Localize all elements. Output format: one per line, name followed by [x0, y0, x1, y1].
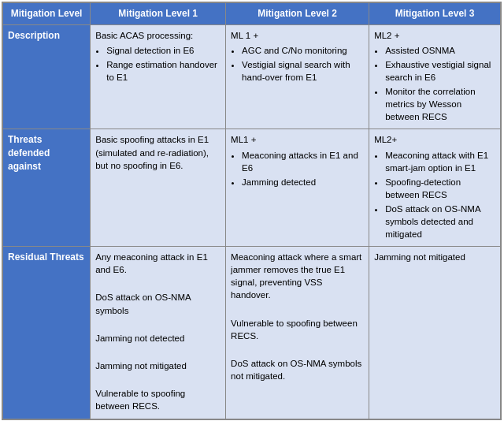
list-item: Meaconing attack with E1 smart-jam optio…: [385, 149, 495, 174]
residual-ml1: Any meaconing attack in E1 and E6. DoS a…: [91, 247, 226, 419]
threats-ml2-intro: ML1 +: [231, 133, 364, 146]
mitigation-table: Mitigation Level Mitigation Level 1 Miti…: [2, 2, 501, 419]
list-item: Assisted OSNMA: [385, 44, 495, 57]
list-item: Signal detection in E6: [106, 44, 220, 57]
residual-ml1-p3: Jamming not mitigated: [95, 359, 220, 372]
residual-row: Residual Threats Any meaconing attack in…: [3, 247, 501, 419]
residual-ml2-p2: DoS attack on OS-NMA symbols not mitigat…: [231, 357, 364, 382]
threats-ml2: ML1 + Meaconing attacks in E1 and E6 Jam…: [226, 129, 369, 247]
list-item: Range estimation handover to E1: [106, 58, 220, 84]
residual-ml2: Meaconing attack where a smart jammer re…: [226, 247, 369, 419]
desc-ml1: Basic ACAS processing: Signal detection …: [91, 24, 226, 129]
header-col1: Mitigation Level 1: [91, 3, 226, 25]
header-col0: Mitigation Level: [3, 3, 91, 25]
threats-ml3-intro: ML2+: [374, 133, 495, 146]
residual-ml3-p0: Jamming not mitigated: [374, 251, 495, 263]
threats-ml1-text: Basic spoofing attacks in E1 (simulated …: [95, 133, 220, 171]
residual-ml1-p0: Any meaconing attack in E1 and E6.: [95, 251, 220, 276]
residual-ml1-p4: Vulnerable to spoofing between RECS.: [95, 387, 220, 412]
list-item: AGC and C/No monitoring: [242, 44, 364, 57]
desc-ml2-intro: ML 1 +: [231, 29, 364, 42]
header-row: Mitigation Level Mitigation Level 1 Miti…: [3, 3, 501, 25]
label-threats: Threats defended against: [3, 129, 91, 247]
residual-ml2-p0: Meaconing attack where a smart jammer re…: [231, 251, 364, 301]
label-description: Description: [3, 24, 91, 129]
desc-ml3: ML2 + Assisted OSNMA Exhaustive vestigia…: [369, 24, 501, 129]
list-item: Monitor the correlation metrics by Wesso…: [385, 85, 495, 123]
list-item: DoS attack on OS-NMA symbols detected an…: [385, 203, 495, 240]
threats-row: Threats defended against Basic spoofing …: [3, 129, 501, 247]
residual-ml2-p1: Vulnerable to spoofing between RECS.: [231, 317, 364, 342]
description-row: Description Basic ACAS processing: Signa…: [3, 24, 501, 129]
header-col2: Mitigation Level 2: [226, 3, 369, 25]
desc-ml3-intro: ML2 +: [374, 29, 495, 42]
list-item: Exhaustive vestigial signal search in E6: [385, 58, 495, 84]
threats-ml3-list: Meaconing attack with E1 smart-jam optio…: [385, 149, 495, 241]
desc-ml2: ML 1 + AGC and C/No monitoring Vestigial…: [226, 24, 369, 129]
desc-ml1-intro: Basic ACAS processing:: [95, 29, 220, 42]
threats-ml3: ML2+ Meaconing attack with E1 smart-jam …: [369, 129, 501, 247]
threats-ml1: Basic spoofing attacks in E1 (simulated …: [91, 129, 226, 247]
list-item: Vestigial signal search with hand-over f…: [242, 58, 364, 84]
list-item: Spoofing-detection between RECS: [385, 176, 495, 201]
desc-ml3-list: Assisted OSNMA Exhaustive vestigial sign…: [385, 44, 495, 124]
list-item: Jamming detected: [242, 176, 364, 188]
residual-ml3: Jamming not mitigated: [369, 247, 501, 419]
residual-ml1-p1: DoS attack on OS-NMA symbols: [95, 291, 220, 316]
list-item: Meaconing attacks in E1 and E6: [242, 149, 364, 174]
desc-ml1-list: Signal detection in E6 Range estimation …: [106, 44, 220, 84]
threats-ml2-list: Meaconing attacks in E1 and E6 Jamming d…: [242, 149, 364, 188]
header-col3: Mitigation Level 3: [369, 3, 501, 25]
label-residual: Residual Threats: [3, 247, 91, 419]
residual-ml1-p2: Jamming not detected: [95, 332, 220, 345]
desc-ml2-list: AGC and C/No monitoring Vestigial signal…: [242, 44, 364, 84]
